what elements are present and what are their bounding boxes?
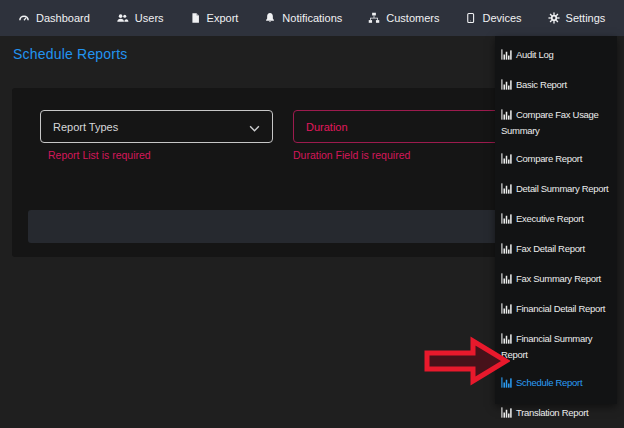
menu-item-label: Executive Report [516,213,584,224]
duration-error: Duration Field is required [293,149,410,161]
nav-item-dashboard[interactable]: Dashboard [18,0,90,36]
menu-item-financial-summary-report[interactable]: Financial Summary Report [495,325,617,369]
nav-item-label: Settings [566,12,606,24]
report-types-error: Report List is required [48,149,151,161]
chevron-down-icon [249,118,260,136]
chart-icon [501,377,512,392]
chart-icon [501,79,512,94]
chart-icon [501,273,512,288]
nav-item-label: Export [207,12,239,24]
chart-icon [501,109,512,124]
devices-icon [465,12,476,24]
menu-item-financial-detail-report[interactable]: Financial Detail Report [495,295,617,325]
menu-item-compare-fax-usage-summary[interactable]: Compare Fax Usage Summary [495,101,617,145]
nav-item-customers[interactable]: Customers [368,0,439,36]
notifications-icon [264,12,276,24]
duration-label: Duration [306,121,348,133]
menu-item-fax-detail-report[interactable]: Fax Detail Report [495,235,617,265]
menu-item-label: Audit Log [516,49,553,60]
chart-icon [501,303,512,318]
menu-item-label: Financial Summary Report [501,333,592,360]
chart-icon [501,153,512,168]
chart-icon [501,183,512,198]
menu-item-label: Basic Report [516,79,567,90]
menu-item-audit-log[interactable]: Audit Log [495,41,617,71]
chart-icon [501,243,512,258]
menu-item-translation-report[interactable]: Translation Report [495,399,617,428]
menu-item-executive-report[interactable]: Executive Report [495,205,617,235]
nav-item-notifications[interactable]: Notifications [264,0,342,36]
users-icon [116,12,129,24]
menu-item-label: Detail Summary Report [516,183,608,194]
report-types-label: Report Types [53,121,118,133]
page-title: Schedule Reports [13,46,128,62]
nav-item-label: Users [135,12,164,24]
nav-item-label: Devices [482,12,521,24]
menu-item-basic-report[interactable]: Basic Report [495,71,617,101]
menu-item-label: Compare Report [516,153,582,164]
dashboard-icon [18,12,30,24]
nav-item-label: Dashboard [36,12,90,24]
menu-item-label: Translation Report [516,407,588,418]
nav-item-export[interactable]: Export [190,0,239,36]
top-navbar: Dashboard Users Export Notifications [0,0,624,36]
nav-item-devices[interactable]: Devices [465,0,521,36]
menu-item-label: Financial Detail Report [516,303,605,314]
export-icon [190,12,201,24]
menu-item-label: Schedule Report [516,377,582,388]
report-types-select[interactable]: Report Types [40,110,273,143]
menu-item-detail-summary-report[interactable]: Detail Summary Report [495,175,617,205]
chart-icon [501,407,512,422]
nav-item-settings[interactable]: Settings [548,0,606,36]
menu-item-compare-report[interactable]: Compare Report [495,145,617,175]
nav-item-label: Notifications [282,12,342,24]
menu-item-label: Fax Summary Report [516,273,601,284]
chart-icon [501,49,512,64]
menu-item-label: Fax Detail Report [516,243,585,254]
nav-item-label: Customers [386,12,439,24]
customers-icon [368,12,380,24]
menu-item-schedule-report[interactable]: Schedule Report [495,369,617,399]
settings-icon [548,12,560,24]
chart-icon [501,213,512,228]
chart-icon [501,333,512,348]
reports-dropdown-menu: Audit Log Basic Report Compare Fax Usage… [495,36,617,404]
nav-item-users[interactable]: Users [116,0,164,36]
menu-item-label: Compare Fax Usage Summary [501,109,599,136]
menu-item-fax-summary-report[interactable]: Fax Summary Report [495,265,617,295]
